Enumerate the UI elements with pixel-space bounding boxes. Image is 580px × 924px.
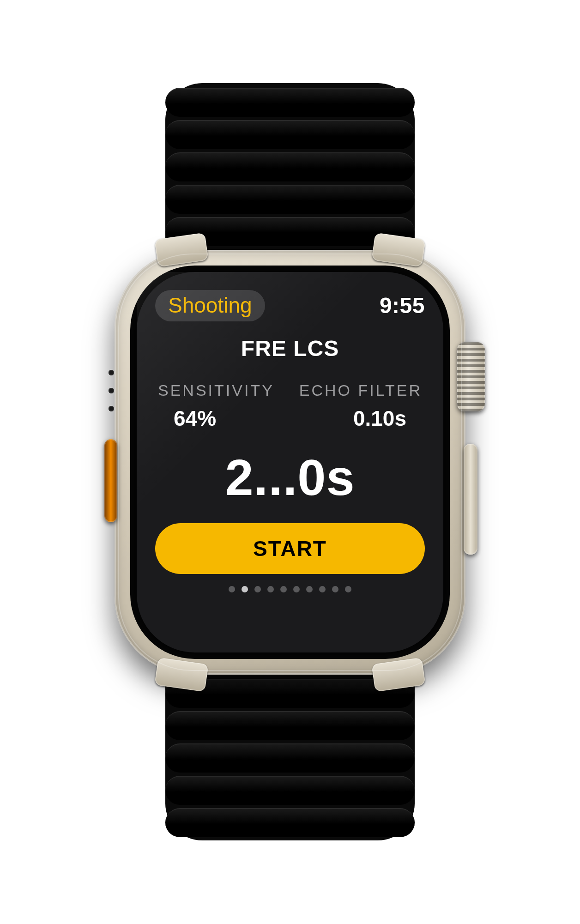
page-dot[interactable] bbox=[319, 586, 326, 592]
echo-filter-label: ECHO FILTER bbox=[299, 381, 422, 399]
page-dot[interactable] bbox=[267, 586, 274, 592]
device-mockup: Shooting 9:55 FRE LCS SENSITIVITY ECHO F… bbox=[0, 0, 580, 924]
page-dot[interactable] bbox=[293, 586, 300, 592]
page-dot[interactable] bbox=[332, 586, 338, 592]
lug bbox=[371, 657, 425, 692]
mode-title: FRE LCS bbox=[155, 336, 425, 361]
watch-case: Shooting 9:55 FRE LCS SENSITIVITY ECHO F… bbox=[115, 250, 465, 675]
page-indicator[interactable] bbox=[155, 586, 425, 592]
lug bbox=[154, 232, 208, 267]
page-dot[interactable] bbox=[229, 586, 235, 592]
microphone-holes bbox=[108, 370, 115, 411]
setting-labels-row: SENSITIVITY ECHO FILTER bbox=[155, 381, 425, 399]
page-dot[interactable] bbox=[280, 586, 287, 592]
watch-screen: Shooting 9:55 FRE LCS SENSITIVITY ECHO F… bbox=[137, 272, 443, 652]
sensitivity-value[interactable]: 64% bbox=[174, 406, 216, 431]
clock: 9:55 bbox=[380, 293, 425, 318]
setting-values-row: 64% 0.10s bbox=[155, 406, 425, 431]
action-button[interactable] bbox=[104, 439, 117, 522]
echo-filter-value[interactable]: 0.10s bbox=[353, 406, 406, 431]
page-dot[interactable] bbox=[254, 586, 261, 592]
page-dot[interactable] bbox=[306, 586, 313, 592]
start-button[interactable]: START bbox=[155, 523, 425, 574]
side-button[interactable] bbox=[464, 444, 477, 555]
page-dot[interactable] bbox=[345, 586, 351, 592]
lug bbox=[154, 657, 208, 692]
screen-bezel: Shooting 9:55 FRE LCS SENSITIVITY ECHO F… bbox=[130, 266, 450, 659]
page-dot[interactable] bbox=[242, 586, 248, 592]
digital-crown[interactable] bbox=[457, 342, 485, 411]
app-name-chip[interactable]: Shooting bbox=[155, 290, 265, 321]
sensitivity-label: SENSITIVITY bbox=[158, 381, 274, 399]
status-bar: Shooting 9:55 bbox=[155, 290, 425, 322]
countdown-display: 2...0s bbox=[155, 452, 425, 503]
lug bbox=[371, 232, 425, 267]
